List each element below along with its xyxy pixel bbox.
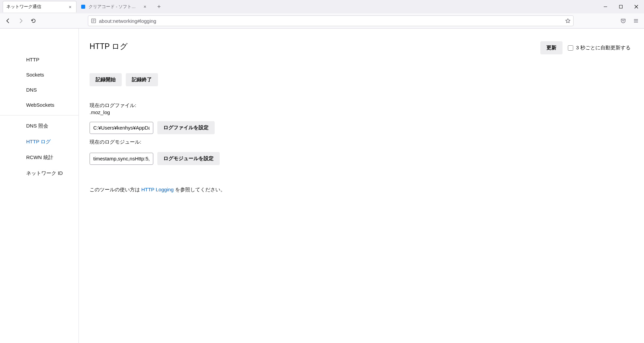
close-window-button[interactable] <box>629 0 644 13</box>
bookmark-star-icon[interactable] <box>565 18 571 23</box>
close-icon[interactable]: × <box>67 4 73 10</box>
sidebar-item-sockets[interactable]: Sockets <box>0 67 78 82</box>
arrow-left-icon <box>5 18 11 23</box>
tab-active[interactable]: ネットワーク通信 × <box>3 1 76 12</box>
set-log-modules-button[interactable]: ログモジュールを設定 <box>157 152 220 165</box>
tab-title: クリアコード - ソフトウェアの開発・技 <box>89 4 140 10</box>
toolbar: about:networking#logging <box>0 13 644 28</box>
log-file-row: ログファイルを設定 <box>90 121 631 134</box>
sidebar-item-network-id[interactable]: ネットワーク ID <box>0 165 78 181</box>
start-logging-button[interactable]: 記録開始 <box>90 73 122 86</box>
reload-button[interactable] <box>28 15 39 26</box>
sidebar-group-1: HTTP Sockets DNS WebSockets <box>0 52 78 112</box>
maximize-button[interactable] <box>613 0 629 13</box>
sidebar-item-dns-lookup[interactable]: DNS 照会 <box>0 118 78 134</box>
tab-inactive[interactable]: クリアコード - ソフトウェアの開発・技 × <box>77 1 151 12</box>
toolbar-right <box>618 15 641 26</box>
current-log-file-value: .moz_log <box>90 109 631 115</box>
current-log-file-label: 現在のログファイル: <box>90 102 631 109</box>
url-text: about:networking#logging <box>99 18 562 24</box>
sidebar-item-http[interactable]: HTTP <box>0 52 78 67</box>
log-modules-input[interactable] <box>90 153 153 165</box>
back-button[interactable] <box>3 15 13 26</box>
help-text: このツールの使い方は HTTP Logging を参照してください。 <box>90 187 631 193</box>
forward-button[interactable] <box>15 15 26 26</box>
hamburger-icon <box>633 18 639 23</box>
arrow-right-icon <box>18 18 23 23</box>
sidebar-item-dns[interactable]: DNS <box>0 82 78 97</box>
minimize-button[interactable] <box>598 0 613 13</box>
log-modules-row: ログモジュールを設定 <box>90 152 631 165</box>
pocket-icon <box>621 18 626 23</box>
log-file-input[interactable] <box>90 122 153 134</box>
top-actions: 更新 3 秒ごとに自動更新する <box>540 41 631 54</box>
sidebar-item-http-log[interactable]: HTTP ログ <box>0 134 78 150</box>
help-text-before: このツールの使い方は <box>90 187 141 192</box>
sidebar-separator <box>0 115 78 115</box>
set-log-file-button[interactable]: ログファイルを設定 <box>157 121 215 134</box>
close-icon <box>634 5 638 9</box>
window-controls <box>598 0 644 13</box>
menu-button[interactable] <box>631 15 641 26</box>
tab-title: ネットワーク通信 <box>6 4 65 10</box>
minimize-icon <box>603 5 607 9</box>
tab-strip: ネットワーク通信 × クリアコード - ソフトウェアの開発・技 × + <box>0 0 644 13</box>
sidebar-group-2: DNS 照会 HTTP ログ RCWN 統計 ネットワーク ID <box>0 118 78 181</box>
record-buttons: 記録開始 記録終了 <box>90 73 631 86</box>
new-tab-button[interactable]: + <box>154 1 164 12</box>
help-text-after: を参照してください。 <box>174 187 225 192</box>
svg-rect-2 <box>620 5 623 8</box>
address-bar[interactable]: about:networking#logging <box>88 15 574 26</box>
auto-refresh-checkbox-wrap[interactable]: 3 秒ごとに自動更新する <box>568 45 631 51</box>
sidebar-item-rcwn[interactable]: RCWN 統計 <box>0 150 78 165</box>
sidebar-item-websockets[interactable]: WebSockets <box>0 97 78 112</box>
main-content: HTTP ログ 更新 3 秒ごとに自動更新する 記録開始 記録終了 現在のログフ… <box>79 29 644 343</box>
stop-logging-button[interactable]: 記録終了 <box>126 73 158 86</box>
pocket-button[interactable] <box>618 15 629 26</box>
auto-refresh-checkbox[interactable] <box>568 45 573 51</box>
browser-chrome: ネットワーク通信 × クリアコード - ソフトウェアの開発・技 × + <box>0 0 644 29</box>
favicon-icon <box>80 4 86 9</box>
page-info-icon[interactable] <box>91 18 96 23</box>
sidebar: HTTP Sockets DNS WebSockets DNS 照会 HTTP … <box>0 29 79 343</box>
svg-rect-0 <box>81 5 85 9</box>
reload-icon <box>31 18 36 23</box>
maximize-icon <box>619 5 623 9</box>
http-logging-link[interactable]: HTTP Logging <box>141 187 173 192</box>
current-log-modules-label: 現在のログモジュール: <box>90 139 631 145</box>
page-body: HTTP Sockets DNS WebSockets DNS 照会 HTTP … <box>0 29 644 343</box>
close-icon[interactable]: × <box>142 4 148 9</box>
auto-refresh-label: 3 秒ごとに自動更新する <box>576 45 631 51</box>
refresh-button[interactable]: 更新 <box>540 41 562 54</box>
